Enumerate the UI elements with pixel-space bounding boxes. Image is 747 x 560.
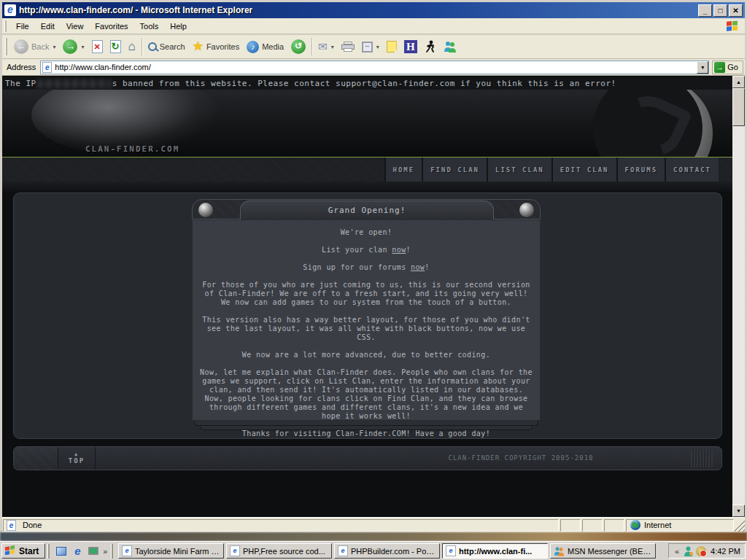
nav-list-clan[interactable]: LIST CLAN [487, 158, 551, 182]
history-icon: ↺ [291, 39, 306, 54]
title-bar: e http://www.clan-finder.com/ - Microsof… [2, 2, 745, 18]
resize-grip[interactable] [735, 519, 745, 532]
menu-tools[interactable]: Tools [134, 20, 165, 33]
go-button[interactable]: → Go [712, 61, 743, 74]
menu-edit[interactable]: Edit [35, 20, 61, 33]
mail-dropdown-icon[interactable]: ▾ [331, 44, 334, 50]
tray-chevron-icon[interactable]: « [673, 547, 681, 556]
page-icon: e [42, 62, 52, 73]
taskbar-grip[interactable] [111, 544, 115, 559]
search-button[interactable]: Search [144, 41, 189, 52]
nav-find-clan[interactable]: FIND CLAN [422, 158, 487, 182]
favorites-button[interactable]: ★ Favorites [189, 39, 244, 54]
show-desktop-icon[interactable] [55, 545, 68, 558]
task-clan-finder-active[interactable]: e http://www.clan-fi... [442, 543, 548, 559]
status-pane [582, 519, 603, 532]
address-url[interactable]: http://www.clan-finder.com/ [55, 63, 697, 71]
site-footer: ▲ TOP CLAN-FINDER COPYRIGHT 2005-2010 [13, 446, 722, 470]
panel-title: Grand Opening! [240, 201, 494, 219]
forward-button[interactable]: → ▾ [59, 38, 88, 55]
nav-contact[interactable]: CONTACT [665, 158, 719, 182]
content-box: Grand Opening! We're open! List your cla… [13, 192, 722, 439]
msn-people-icon [444, 41, 457, 52]
go-arrow-icon: → [714, 62, 725, 73]
paragraph: Thanks for visiting Clan-Finder.COM! Hav… [198, 429, 534, 438]
edit-button[interactable]: ▾ [358, 40, 383, 54]
mail-button[interactable]: ✉ ▾ [314, 40, 338, 53]
paragraph: Now, let me explain what Clan-Finder doe… [198, 368, 534, 421]
scroll-up-icon[interactable]: ▲ [732, 76, 745, 88]
orb-icon [198, 203, 213, 217]
discuss-button[interactable] [383, 39, 400, 54]
h-icon: H [404, 40, 417, 53]
internet-zone-icon [630, 520, 640, 530]
address-dropdown-icon[interactable]: ▾ [697, 61, 708, 74]
maximize-button[interactable]: □ [713, 4, 727, 17]
toolbar-grip[interactable] [5, 38, 9, 55]
line-forums: Sign up for our forums now! [198, 263, 534, 272]
scroll-down-icon[interactable]: ▼ [732, 505, 745, 517]
back-button[interactable]: ← Back ▾ [10, 38, 59, 55]
status-pane [604, 519, 624, 532]
screen: e http://www.clan-finder.com/ - Microsof… [0, 0, 747, 560]
stop-button[interactable]: ✕ [88, 39, 107, 55]
edit-dropdown-icon[interactable]: ▾ [376, 44, 379, 50]
nav-home[interactable]: HOME [384, 158, 422, 182]
home-button[interactable]: ⌂ [125, 39, 139, 55]
quick-launch-grip[interactable] [47, 544, 51, 559]
line-list-clan: List your clan now! [198, 246, 534, 254]
media-button[interactable]: ♪ Media [243, 39, 287, 55]
helper-button[interactable]: H [400, 39, 421, 55]
ban-prefix: The IP [2, 79, 36, 88]
nav-forums[interactable]: FORUMS [616, 158, 665, 182]
media-icon: ♪ [247, 41, 259, 53]
menu-help[interactable]: Help [164, 20, 193, 33]
mail-icon: ✉ [318, 42, 328, 52]
menu-file[interactable]: File [10, 20, 35, 33]
msn-messenger-button[interactable] [440, 39, 460, 54]
ie-page-icon: e [122, 545, 132, 556]
address-input[interactable]: e http://www.clan-finder.com/ ▾ [40, 61, 709, 74]
back-dropdown-icon[interactable]: ▾ [53, 44, 55, 50]
start-button[interactable]: Start [1, 543, 45, 559]
back-icon: ← [14, 39, 28, 54]
panel-body: We're open! List your clan now! Sign up … [192, 219, 541, 421]
task-taylorside[interactable]: e Taylorside Mini Farm -... [118, 543, 224, 559]
aim-button[interactable] [421, 39, 440, 55]
windows-flag-icon [727, 20, 738, 31]
windows-logo [721, 18, 743, 34]
ban-suffix: s banned from this website. Please conta… [112, 79, 616, 88]
scrollbar-thumb[interactable] [732, 88, 745, 126]
vertical-scrollbar[interactable]: ▲ ▼ [732, 76, 745, 517]
search-icon [148, 42, 157, 51]
home-icon: ⌂ [128, 40, 136, 53]
site-logo: CLAN-FINDER.COM [85, 144, 179, 154]
history-button[interactable]: ↺ [287, 38, 309, 55]
task-msn-messenger[interactable]: MSN Messenger (BETA) [550, 543, 656, 559]
messenger-status-icon[interactable] [684, 546, 693, 556]
task-php-source[interactable]: e PHP,Free source cod... [226, 543, 332, 559]
menu-grip[interactable] [4, 20, 8, 32]
network-alert-icon[interactable] [696, 546, 706, 556]
minimize-button[interactable]: _ [698, 4, 712, 17]
site-banner: CLAN-FINDER.COM [2, 90, 735, 157]
list-clan-now-link[interactable]: now [392, 246, 406, 254]
menu-view[interactable]: View [61, 20, 90, 33]
print-button[interactable] [338, 40, 358, 53]
media-quicklaunch-icon[interactable] [87, 545, 100, 558]
line-open: We're open! [198, 228, 534, 237]
panel-header: Grand Opening! [192, 199, 541, 219]
menu-favorites[interactable]: Favorites [89, 20, 133, 33]
menu-bar: File Edit View Favorites Tools Help [2, 18, 745, 34]
panel-edge [200, 426, 533, 430]
refresh-button[interactable]: ↻ [107, 39, 125, 55]
task-phpbuilder[interactable]: e PHPBuilder.com - Post... [334, 543, 440, 559]
nav-edit-clan[interactable]: EDIT CLAN [551, 158, 616, 182]
close-button[interactable]: ✕ [729, 4, 743, 17]
quick-launch-overflow-icon[interactable]: » [101, 547, 109, 556]
forums-now-link[interactable]: now [411, 263, 425, 271]
forward-dropdown-icon[interactable]: ▾ [81, 44, 84, 50]
ie-quicklaunch-icon[interactable]: e [71, 545, 84, 558]
refresh-icon: ↻ [110, 40, 121, 53]
paragraph: For those of you who are just coming to … [198, 281, 534, 307]
